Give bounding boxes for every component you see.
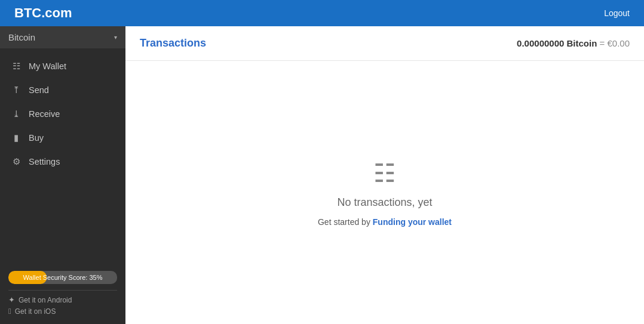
sidebar-item-buy[interactable]: ▮ Buy [0,126,125,150]
sidebar-item-label: My Wallet [29,61,66,71]
btc-balance: 0.00000000 Bitcoin [517,38,597,48]
empty-state-prefix: Get started by [318,217,373,227]
currency-dropdown-label: Bitcoin [8,32,35,42]
chevron-down-icon: ▾ [114,34,117,41]
receive-icon: ⤓ [11,109,22,119]
fiat-balance: = €0.00 [600,38,630,48]
sidebar-item-label: Receive [29,109,60,119]
main-header: Transactions 0.00000000 Bitcoin = €0.00 [125,26,644,61]
sidebar-footer: Wallet Security Score: 35% ✦ Get it on A… [0,265,125,324]
security-score-label: Wallet Security Score: 35% [23,274,103,281]
sidebar-nav: ☷ My Wallet ⤒ Send ⤓ Receive ▮ Buy ⚙ Set… [0,48,125,265]
sidebar-item-receive[interactable]: ⤓ Receive [0,102,125,126]
sidebar-item-label: Settings [29,157,60,166]
wallet-icon: ☷ [11,61,22,72]
sidebar: Bitcoin ▾ ☷ My Wallet ⤒ Send ⤓ Receive ▮… [0,26,125,324]
transactions-area: ☷ No transactions, yet Get started by Fu… [125,61,644,324]
app-links: ✦ Get it on Android  Get it on iOS [8,295,117,316]
page-title: Transactions [140,37,206,50]
settings-icon: ⚙ [11,156,22,167]
send-icon: ⤒ [11,85,22,95]
sidebar-divider [8,290,117,291]
main-content: Transactions 0.00000000 Bitcoin = €0.00 … [125,26,644,324]
empty-state-icon: ☷ [373,159,396,188]
logout-button[interactable]: Logout [604,8,630,18]
sidebar-item-label: Send [29,85,49,95]
app-layout: Bitcoin ▾ ☷ My Wallet ⤒ Send ⤓ Receive ▮… [0,26,644,324]
sidebar-item-label: Buy [29,133,44,143]
buy-icon: ▮ [11,132,22,143]
android-app-label: Get it on Android [19,296,72,304]
ios-app-link[interactable]:  Get it on iOS [8,307,117,316]
android-icon: ✦ [8,295,15,304]
app-header: BTC.com Logout [0,0,644,26]
balance-display: 0.00000000 Bitcoin = €0.00 [517,38,630,48]
sidebar-item-my-wallet[interactable]: ☷ My Wallet [0,54,125,78]
funding-link[interactable]: Funding your wallet [373,217,452,227]
app-logo: BTC.com [14,5,72,21]
currency-dropdown[interactable]: Bitcoin ▾ [0,26,125,48]
empty-state-subtitle: Get started by Funding your wallet [318,217,452,227]
android-app-link[interactable]: ✦ Get it on Android [8,295,117,304]
sidebar-item-send[interactable]: ⤒ Send [0,78,125,102]
apple-icon:  [8,307,11,316]
security-score-bar: Wallet Security Score: 35% [8,271,117,284]
sidebar-item-settings[interactable]: ⚙ Settings [0,150,125,174]
ios-app-label: Get it on iOS [15,307,56,316]
empty-state-title: No transactions, yet [337,196,432,209]
